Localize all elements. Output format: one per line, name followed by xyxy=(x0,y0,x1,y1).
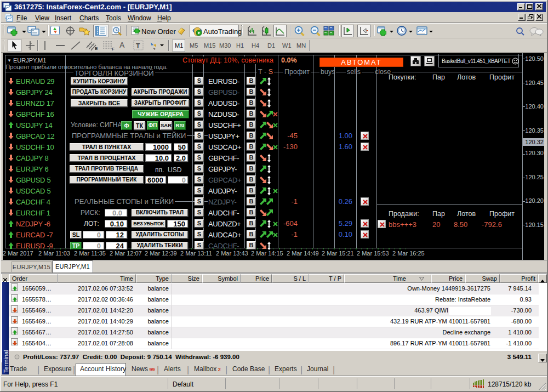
svg-text:F: F xyxy=(112,47,115,51)
svg-text:T: T xyxy=(136,42,140,50)
svg-text:E: E xyxy=(95,46,98,51)
